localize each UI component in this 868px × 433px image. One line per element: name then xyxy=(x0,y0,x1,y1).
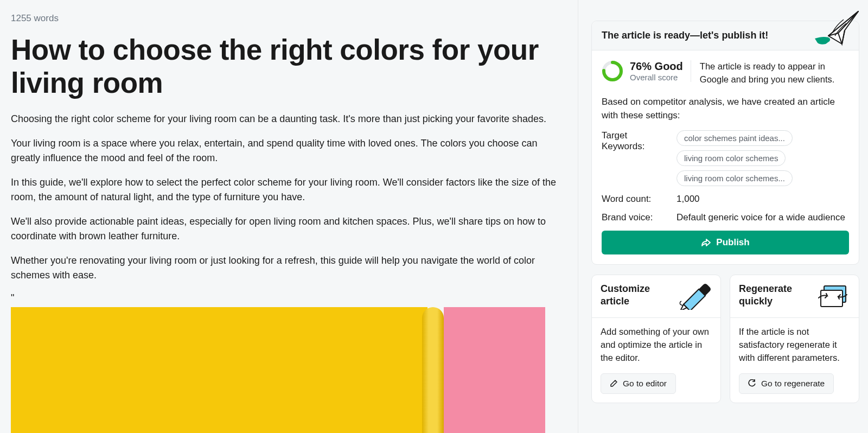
article-paragraph: Your living room is a space where you re… xyxy=(11,136,556,165)
regenerate-desc: If the article is not satisfactory regen… xyxy=(730,318,859,373)
go-to-regenerate-label: Go to regenerate xyxy=(761,379,825,389)
brandvoice-label: Brand voice: xyxy=(602,212,671,223)
score-sublabel: Overall score xyxy=(630,73,683,82)
keyword-pill[interactable]: living room color schemes xyxy=(676,150,786,166)
paper-plane-icon xyxy=(812,6,861,52)
go-to-editor-label: Go to editor xyxy=(623,379,667,389)
brandvoice-value: Default generic voice for a wide audienc… xyxy=(676,212,849,223)
article-paragraph: We'll also provide actionable paint idea… xyxy=(11,214,556,244)
wordcount-row: Word count: 1,000 xyxy=(602,194,849,205)
score-ring-icon xyxy=(602,60,623,82)
brandvoice-row: Brand voice: Default generic voice for a… xyxy=(602,212,849,223)
go-to-editor-button[interactable]: Go to editor xyxy=(601,373,676,394)
customize-desc: Add something of your own and optimize t… xyxy=(592,318,720,373)
keywords-row: Target Keywords: color schemes paint ide… xyxy=(602,130,849,186)
regenerate-card: Regenerate quickly If the article is not… xyxy=(730,275,859,403)
customize-card: Customize article Add something of your … xyxy=(591,275,721,403)
score-row: 76% Good Overall score The article is re… xyxy=(602,60,849,86)
pencil-icon xyxy=(678,283,712,310)
keyword-pill[interactable]: living room color schemes... xyxy=(676,170,793,186)
article-paragraph: Whether you're renovating your living ro… xyxy=(11,253,556,283)
refresh-icon xyxy=(748,379,756,387)
refresh-page-icon xyxy=(816,283,850,310)
sidebar-column: The article is ready—let's publish it! 7… xyxy=(578,0,868,433)
keywords-label: Target Keywords: xyxy=(602,130,671,152)
article-title: How to choose the right colors for your … xyxy=(11,34,556,100)
score-description: The article is ready to appear in Google… xyxy=(698,60,849,86)
share-arrow-icon xyxy=(701,238,711,247)
keyword-pill[interactable]: color schemes paint ideas... xyxy=(676,130,793,146)
customize-title: Customize article xyxy=(601,283,674,308)
publish-card: The article is ready—let's publish it! 7… xyxy=(591,21,859,265)
publish-button-label: Publish xyxy=(716,237,749,248)
quote-mark: " xyxy=(11,292,556,304)
article-paragraph: In this guide, we'll explore how to sele… xyxy=(11,175,556,205)
article-preview-column: 1255 words How to choose the right color… xyxy=(0,0,578,433)
action-cards-row: Customize article Add something of your … xyxy=(591,275,859,403)
score-value: 76% Good xyxy=(630,60,683,73)
wordcount-value: 1,000 xyxy=(676,194,849,205)
article-paragraph: Choosing the right color scheme for your… xyxy=(11,112,556,126)
article-hero-image xyxy=(11,307,545,433)
wordcount-label: Word count: xyxy=(602,194,671,205)
word-count: 1255 words xyxy=(11,13,556,24)
publish-button[interactable]: Publish xyxy=(602,231,849,254)
go-to-regenerate-button[interactable]: Go to regenerate xyxy=(739,373,834,394)
regenerate-title: Regenerate quickly xyxy=(739,283,812,308)
analysis-intro: Based on competitor analysis, we have cr… xyxy=(602,95,849,123)
edit-icon xyxy=(610,379,618,387)
keyword-pill-list: color schemes paint ideas... living room… xyxy=(676,130,849,186)
